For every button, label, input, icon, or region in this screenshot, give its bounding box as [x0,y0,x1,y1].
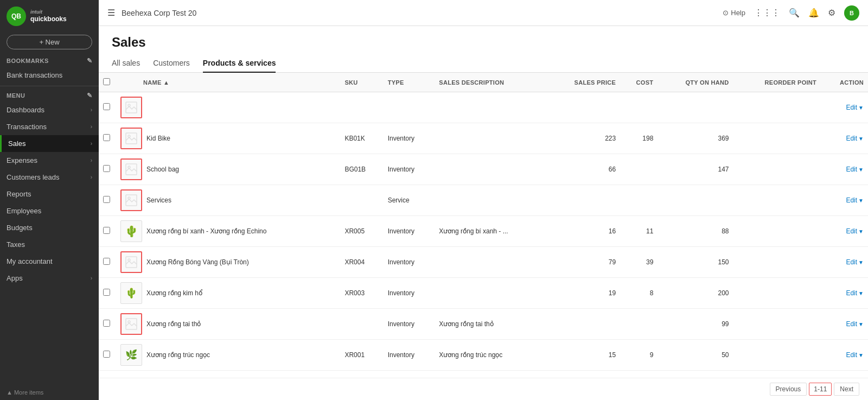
edit-button[interactable]: Edit [846,166,857,173]
sidebar-item-label: My accountant [7,257,53,265]
row-checkbox[interactable] [103,258,110,265]
menu-edit-icon[interactable]: ✎ [87,92,93,99]
edit-dropdown-icon[interactable]: ▼ [858,198,864,204]
row-sales-description [435,247,547,278]
notification-icon[interactable]: 🔔 [808,8,819,18]
col-header-name: NAME ▲ [116,73,340,92]
grid-icon[interactable]: ⋮⋮⋮ [754,8,780,18]
row-checkbox-cell [99,185,116,216]
edit-dropdown-icon[interactable]: ▼ [858,136,864,142]
chevron-icon: › [91,107,92,113]
row-checkbox[interactable] [103,227,110,234]
settings-icon[interactable]: ⚙ [828,8,835,18]
row-sales-description: Xương rồng trúc ngọc [435,340,547,371]
sidebar-item-apps[interactable]: Apps› [0,270,99,287]
row-cost: 198 [620,123,658,154]
edit-button[interactable]: Edit [846,196,857,204]
row-checkbox[interactable] [103,320,110,327]
edit-dropdown-icon[interactable]: ▼ [858,167,864,173]
bookmarks-edit-icon[interactable]: ✎ [87,57,93,65]
row-type: Inventory [384,123,435,154]
sidebar-item-label: Taxes [7,240,25,249]
sidebar-item-label: Budgets [7,224,33,232]
previous-page-button[interactable]: Previous [770,383,807,396]
row-action-cell: Edit▼ [821,309,868,340]
main-area: ☰ Beehexa Corp Test 20 ⊙ Help ⋮⋮⋮ 🔍 🔔 ⚙ … [99,0,868,400]
row-sku: KB01K [340,123,383,154]
sidebar-item-label: Reports [7,190,31,198]
edit-button[interactable]: Edit [846,227,857,235]
sidebar-item-my-accountant[interactable]: My accountant [0,253,99,270]
edit-dropdown-icon[interactable]: ▼ [858,321,864,327]
row-cost: 9 [620,340,658,371]
row-qty-on-hand: 200 [658,278,733,309]
row-reorder-point [733,185,821,216]
sidebar-divider [0,86,99,86]
table-row: ServicesServiceEdit▼ [99,185,868,216]
row-cost [620,185,658,216]
edit-button[interactable]: Edit [846,135,857,142]
tab-all-sales[interactable]: All sales [112,54,140,73]
row-checkbox[interactable] [103,103,110,110]
edit-dropdown-icon[interactable]: ▼ [858,228,864,234]
product-name: Xương Rồng Bóng Vàng (Bụi Tròn) [146,258,249,266]
sidebar-item-budgets[interactable]: Budgets [0,219,99,236]
sidebar-item-expenses[interactable]: Expenses› [0,152,99,169]
row-name-cell: Services [116,185,340,216]
chevron-icon: › [91,275,92,281]
row-action-cell: Edit▼ [821,247,868,278]
logo: QB intuit quickbooks [0,0,99,33]
row-checkbox[interactable] [103,289,110,296]
tab-products-services[interactable]: Products & services [203,54,276,73]
search-icon[interactable]: 🔍 [789,8,800,18]
edit-button[interactable]: Edit [846,258,857,266]
select-all-checkbox[interactable] [103,78,110,85]
row-checkbox[interactable] [103,165,110,172]
sidebar-item-dashboards[interactable]: Dashboards› [0,101,99,118]
new-button[interactable]: + New [7,35,92,49]
tab-customers[interactable]: Customers [153,54,190,73]
row-checkbox-cell [99,154,116,185]
row-sales-price [547,92,620,123]
row-action-cell: Edit▼ [821,123,868,154]
next-page-button[interactable]: Next [834,383,859,396]
sidebar-item-employees[interactable]: Employees [0,202,99,219]
row-reorder-point [733,154,821,185]
row-sku [340,92,383,123]
row-checkbox[interactable] [103,134,110,141]
row-action-cell: Edit▼ [821,154,868,185]
sidebar-item-sales[interactable]: Sales› [0,135,99,152]
edit-dropdown-icon[interactable]: ▼ [858,105,864,111]
table-row: 🌵Xương rồng bí xanh - Xương rồng EchinoX… [99,216,868,247]
sidebar: QB intuit quickbooks + New Bookmarks ✎ B… [0,0,99,400]
sidebar-item-transactions[interactable]: Transactions› [0,118,99,135]
row-checkbox[interactable] [103,351,110,358]
row-sales-description [435,185,547,216]
edit-button[interactable]: Edit [846,289,857,297]
row-type: Service [384,185,435,216]
table-row: Edit▼ [99,92,868,123]
sidebar-item-customers-leads[interactable]: Customers leads› [0,169,99,186]
edit-button[interactable]: Edit [846,104,857,111]
help-button[interactable]: ⊙ Help [723,9,745,17]
sidebar-item-taxes[interactable]: Taxes [0,236,99,253]
menu-toggle-icon[interactable]: ☰ [107,8,115,18]
edit-dropdown-icon[interactable]: ▼ [858,290,864,296]
sidebar-item-bank-transactions[interactable]: Bank transactions [0,67,99,84]
product-name: Xương rồng kim hổ [146,289,202,297]
row-type: Inventory [384,216,435,247]
row-checkbox-cell [99,278,116,309]
user-avatar[interactable]: B [844,5,859,21]
row-reorder-point [733,216,821,247]
row-reorder-point [733,92,821,123]
pagination: Previous 1-11 Next [99,378,868,400]
menu-items: Dashboards›Transactions›Sales›Expenses›C… [0,101,99,287]
sidebar-item-reports[interactable]: Reports [0,186,99,202]
edit-button[interactable]: Edit [846,320,857,328]
row-checkbox[interactable] [103,196,110,203]
row-sku: XR005 [340,216,383,247]
edit-dropdown-icon[interactable]: ▼ [858,352,864,358]
edit-dropdown-icon[interactable]: ▼ [858,259,864,265]
row-qty-on-hand: 99 [658,309,733,340]
edit-button[interactable]: Edit [846,351,857,359]
